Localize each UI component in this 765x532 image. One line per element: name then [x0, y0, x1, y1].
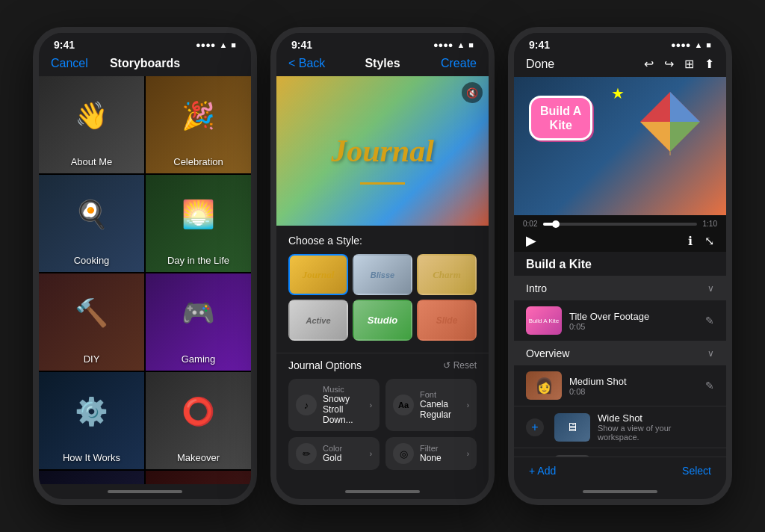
grid-item-how-it-works[interactable]: ⚙️ How It Works: [39, 372, 144, 469]
font-chevron-icon: ›: [467, 401, 469, 409]
blisse-style-label: Blisse: [371, 270, 394, 279]
color-icon: ✏: [296, 443, 317, 464]
music-option[interactable]: ♪ Music Snowy Stroll Down... ›: [288, 379, 380, 431]
makeover-icon: ⭕: [182, 396, 215, 427]
grid-item-about-me[interactable]: 👋 About Me: [39, 76, 144, 173]
options-header: Journal Options ↺ Reset: [288, 359, 477, 371]
section-chevron-intro: ∨: [707, 283, 714, 294]
grid-item-qa[interactable]: ❓ Q&A: [39, 471, 144, 484]
clip-thumb-title-over-footage: Build A Kite: [526, 306, 562, 335]
done-button[interactable]: Done: [526, 58, 571, 71]
options-title: Journal Options: [288, 359, 362, 371]
battery-icon-2: ■: [468, 40, 474, 49]
mute-button[interactable]: 🔇: [462, 82, 483, 103]
status-icons-2: ●●●● ▲ ■: [433, 40, 474, 49]
clip-duration-title-over-footage: 0:05: [569, 322, 698, 331]
add-button[interactable]: + Add: [529, 465, 556, 477]
play-button[interactable]: ▶: [526, 232, 536, 249]
undo-icon[interactable]: ↩: [644, 57, 654, 71]
clip-info-medium-shot-1: Medium Shot 0:08: [569, 376, 698, 396]
crop-icon[interactable]: ⊞: [684, 57, 694, 71]
style-thumb-charm[interactable]: Charm: [417, 254, 477, 295]
back-button[interactable]: < Back: [288, 57, 333, 70]
clip-thumb-wide-shot: 🖥: [554, 413, 590, 442]
music-label: Music: [323, 385, 364, 394]
grid-item-diy[interactable]: 🔨 DIY: [39, 273, 144, 371]
status-icons-3: ●●●● ▲ ■: [671, 40, 711, 49]
clip-name-wide-shot: Wide Shot: [598, 412, 714, 424]
kite-title-bubble: Build AKite: [529, 96, 592, 140]
bottom-toolbar: + Add Select: [514, 457, 726, 484]
status-time-2: 9:41: [291, 39, 312, 51]
select-button[interactable]: Select: [682, 465, 711, 477]
grid-item-celebration[interactable]: 🎉 Celebration: [146, 76, 251, 173]
font-label: Font: [420, 390, 461, 399]
section-chevron-overview: ∨: [707, 348, 714, 359]
timeline-bar: 0:02 1:10 ▶ ℹ ⤡: [514, 215, 726, 252]
nav-bar-2: < Back Styles Create: [276, 54, 489, 76]
color-option[interactable]: ✏ Color Gold ›: [288, 437, 380, 470]
font-value: Canela Regular: [420, 399, 461, 420]
home-bar-3: [583, 490, 657, 493]
celebration-icon: 🎉: [182, 100, 215, 132]
styles-content: Journal 🔇 Choose a Style: Journal Blisse…: [276, 76, 489, 484]
clip-name-title-over-footage: Title Over Footage: [569, 311, 698, 322]
style-thumb-blisse[interactable]: Blisse: [353, 254, 412, 295]
grid-item-day-in-the-life[interactable]: 🌅 Day in the Life: [146, 175, 251, 272]
clip-info-title-over-footage: Title Over Footage 0:05: [569, 311, 698, 331]
transport-controls: ▶ ℹ ⤡: [523, 232, 717, 249]
home-bar-1: [108, 490, 182, 493]
clip-title-over-footage: Build A Kite Title Over Footage 0:05 ✎: [514, 300, 726, 341]
signal-icon-2: ●●●●: [433, 40, 453, 49]
editor-content: Build AKite ★ 0:02: [514, 77, 726, 457]
grid-item-gaming[interactable]: 🎮 Gaming: [146, 273, 251, 371]
phone-styles: 9:41 ●●●● ▲ ■ < Back Styles Create Journ…: [270, 27, 495, 505]
wifi-icon-1: ▲: [219, 40, 227, 49]
reset-button[interactable]: ↺ Reset: [443, 360, 477, 371]
about-me-label: About Me: [39, 156, 144, 167]
style-thumb-journal[interactable]: Journal: [288, 254, 348, 295]
clip-edit-icon-2[interactable]: ✎: [705, 380, 714, 392]
create-button[interactable]: Create: [432, 57, 477, 70]
nav-bar-1: Cancel Storyboards: [39, 54, 251, 76]
grid-item-makeover[interactable]: ⭕ Makeover: [146, 372, 251, 469]
color-text: Color Gold: [323, 444, 364, 463]
wifi-icon-3: ▲: [694, 40, 702, 49]
home-indicator-1: [39, 484, 251, 499]
music-text: Music Snowy Stroll Down...: [323, 385, 364, 425]
cancel-button[interactable]: Cancel: [51, 57, 96, 70]
style-thumb-slide[interactable]: Slide: [417, 300, 477, 341]
section-header-intro[interactable]: Intro ∨: [514, 276, 726, 300]
share-icon[interactable]: ⬆: [704, 57, 714, 71]
home-indicator-2: [276, 484, 489, 499]
active-style-label: Active: [306, 316, 330, 325]
filter-label: Filter: [420, 444, 461, 453]
status-bar-1: 9:41 ●●●● ▲ ■: [39, 33, 251, 54]
font-option[interactable]: Aa Font Canela Regular ›: [385, 379, 477, 431]
preview-line: [360, 182, 405, 185]
status-icons-1: ●●●● ▲ ■: [196, 40, 236, 49]
gaming-label: Gaming: [146, 353, 251, 365]
home-indicator-3: [514, 484, 726, 499]
color-value: Gold: [323, 453, 364, 463]
section-header-overview[interactable]: Overview ∨: [514, 341, 726, 365]
style-thumb-active[interactable]: Active: [288, 300, 348, 341]
status-time-1: 9:41: [54, 39, 75, 51]
fullscreen-icon[interactable]: ⤡: [704, 234, 714, 248]
filter-option[interactable]: ◎ Filter None ›: [385, 437, 477, 470]
info-icon[interactable]: ℹ: [688, 234, 693, 248]
clip-thumb-medium-shot-1: 👩: [526, 371, 562, 400]
style-thumb-studio[interactable]: Studio: [353, 300, 412, 341]
redo-icon[interactable]: ↪: [664, 57, 674, 71]
clip-add-wide-shot[interactable]: +: [526, 418, 544, 436]
studio-style-label: Studio: [368, 315, 397, 326]
music-icon: ♪: [296, 395, 317, 415]
grid-item-film[interactable]: 🎬 Film: [146, 471, 251, 484]
how-it-works-label: How It Works: [39, 452, 144, 463]
about-me-icon: 👋: [75, 100, 108, 132]
color-chevron-icon: ›: [370, 450, 372, 458]
phones-container: 9:41 ●●●● ▲ ■ Cancel Storyboards 👋 About…: [33, 27, 732, 505]
grid-item-cooking[interactable]: 🍳 Cooking: [39, 175, 144, 272]
timeline-progress[interactable]: [543, 223, 696, 226]
clip-edit-icon-1[interactable]: ✎: [705, 315, 714, 327]
